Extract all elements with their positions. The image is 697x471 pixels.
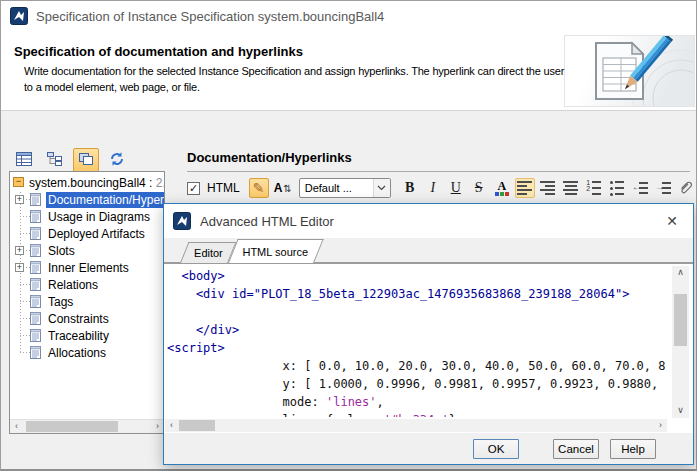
outdent-button[interactable]: ← — [630, 178, 650, 198]
header-description: Write documentation for the selected Ins… — [24, 63, 564, 95]
tree-horizontal-scrollbar[interactable]: ‹ › — [10, 419, 164, 433]
expand-icon[interactable]: + — [15, 246, 24, 255]
tree-item-label[interactable]: Documentation/Hyperlinks — [46, 192, 165, 208]
main-titlebar: Specification of Instance Specification … — [1, 1, 696, 31]
doc-panel-title: Documentation/Hyperlinks — [187, 150, 352, 165]
tree-item-label[interactable]: Tags — [46, 294, 75, 310]
html-source-editor[interactable]: <body> <div id="PLOT_18_5beta_122903ac_1… — [164, 263, 693, 434]
expand-icon[interactable]: + — [15, 263, 24, 272]
font-size-button[interactable]: A ⇅ — [272, 178, 294, 198]
document-icon — [30, 261, 41, 274]
code-line: x: [ 0.0, 10.0, 20.0, 30.0, 40.0, 50.0, … — [167, 357, 665, 375]
standard-view-button[interactable] — [73, 148, 99, 172]
scroll-left-icon[interactable]: ‹ — [165, 419, 178, 431]
horizontal-scrollbar-thumb[interactable] — [179, 420, 215, 431]
font-color-icon: A — [495, 181, 509, 196]
tree-item-label[interactable]: Allocations — [46, 345, 108, 361]
code-horizontal-scrollbar[interactable]: ‹ › — [165, 419, 667, 432]
tree-item-label[interactable]: Deployed Artifacts — [46, 226, 147, 242]
magicdraw-icon — [10, 7, 28, 25]
tree-item-traceability[interactable]: Traceability — [10, 327, 164, 344]
indent-icon: → — [655, 182, 671, 194]
strikethrough-button[interactable]: S — [469, 178, 489, 198]
advanced-html-editor-button[interactable]: ✎ — [249, 178, 269, 198]
italic-button[interactable]: I — [423, 178, 443, 198]
close-icon[interactable]: ✕ — [660, 213, 684, 229]
font-family-dropdown[interactable]: Default ... — [299, 178, 391, 198]
numbered-list-button[interactable]: 1 2 — [584, 178, 604, 198]
updown-arrows-icon: ⇅ — [283, 183, 291, 194]
tree-connector — [20, 318, 30, 319]
refresh-button[interactable] — [104, 148, 130, 172]
editor-dialog-title: Advanced HTML Editor — [200, 214, 651, 229]
scroll-left-icon[interactable]: ‹ — [10, 420, 23, 432]
html-checkbox[interactable]: ✓ — [187, 182, 200, 195]
bullet-list-button[interactable] — [607, 178, 627, 198]
tree-item-deployed-artifacts[interactable]: Deployed Artifacts — [10, 225, 164, 242]
tree-item-relations[interactable]: Relations — [10, 276, 164, 293]
document-icon — [30, 244, 41, 257]
code-vertical-scrollbar[interactable]: ∧ — [672, 266, 689, 416]
collapse-icon[interactable]: − — [13, 177, 24, 187]
tree-connector — [20, 335, 30, 336]
tree-item-label[interactable]: Traceability — [46, 328, 111, 344]
align-right-button[interactable] — [538, 178, 558, 198]
view-toolbar — [11, 148, 130, 172]
tree-item-usage-in-diagrams[interactable]: Usage in Diagrams — [10, 208, 164, 225]
tree-item-label[interactable]: Inner Elements — [46, 260, 131, 276]
outdent-icon: ← — [632, 182, 648, 194]
tree-connector — [20, 284, 30, 285]
expand-icon[interactable]: + — [15, 195, 24, 204]
underline-button[interactable]: U — [446, 178, 466, 198]
vertical-scrollbar-thumb[interactable] — [674, 294, 687, 346]
tree-item-documentation-hyperlinks[interactable]: +Documentation/Hyperlinks — [10, 191, 164, 208]
help-button[interactable]: Help — [610, 439, 656, 459]
tree-item-tags[interactable]: Tags — [10, 293, 164, 310]
document-icon — [30, 210, 41, 223]
cancel-button[interactable]: Cancel — [553, 439, 599, 459]
scroll-up-icon[interactable]: ∧ — [674, 266, 687, 278]
bold-button[interactable]: B — [400, 178, 420, 198]
tree-connector — [20, 216, 30, 217]
header-description-line1: Write documentation for the selected Ins… — [24, 63, 564, 79]
html-checkbox-label: HTML — [207, 181, 240, 195]
tree-view-icon — [47, 152, 63, 169]
window-title: Specification of Instance Specification … — [36, 9, 384, 24]
header-description-line2: to a model element, web page, or file. — [24, 79, 564, 95]
tree-connector — [20, 233, 30, 234]
align-center-button[interactable] — [561, 178, 581, 198]
scroll-down-icon[interactable]: ∨ — [672, 404, 689, 418]
font-color-button[interactable]: A — [492, 178, 512, 198]
tree-item-constraints[interactable]: Constraints — [10, 310, 164, 327]
tree-item-label[interactable]: Slots — [46, 243, 77, 259]
header-title: Specification of documentation and hyper… — [14, 44, 303, 59]
tree-item-slots[interactable]: +Slots — [10, 242, 164, 259]
grid-view-icon — [16, 152, 32, 169]
tree-items: +Documentation/HyperlinksUsage in Diagra… — [10, 191, 164, 361]
tree-item-label[interactable]: Relations — [46, 277, 100, 293]
tree-scrollbar-thumb[interactable] — [26, 421, 118, 432]
tree-view-button[interactable] — [42, 148, 68, 172]
grid-view-button[interactable] — [11, 148, 37, 172]
tree-item-allocations[interactable]: Allocations — [10, 344, 164, 361]
editor-tabs: Editor HTML source — [164, 238, 693, 263]
document-icon — [30, 295, 41, 308]
tree-connector — [20, 352, 30, 353]
tree-item-inner-elements[interactable]: +Inner Elements — [10, 259, 164, 276]
document-icon — [30, 329, 41, 342]
screen: Specification of Instance Specification … — [0, 0, 697, 471]
indent-button[interactable]: → — [653, 178, 673, 198]
tree-connector — [20, 301, 30, 302]
align-right-icon — [540, 181, 555, 195]
tree-item-label[interactable]: Usage in Diagrams — [46, 209, 152, 225]
align-left-button[interactable] — [515, 178, 535, 198]
tab-html-source[interactable]: HTML source — [228, 239, 324, 263]
code-content[interactable]: <body> <div id="PLOT_18_5beta_122903ac_1… — [167, 267, 665, 417]
tree-item-label[interactable]: Constraints — [46, 311, 111, 327]
bullet-list-icon — [610, 181, 624, 196]
hyperlink-button[interactable] — [676, 178, 696, 198]
scroll-right-icon[interactable]: › — [654, 419, 667, 431]
refresh-icon — [109, 151, 125, 170]
align-left-icon — [517, 181, 532, 195]
ok-button[interactable]: OK — [473, 439, 519, 459]
